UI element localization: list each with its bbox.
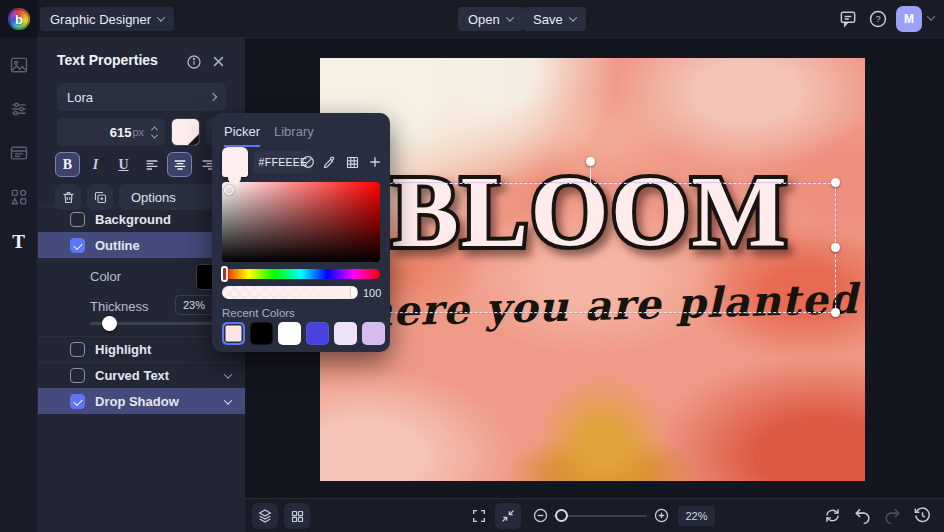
chat-icon[interactable] — [838, 9, 858, 29]
recent-color-swatch[interactable] — [362, 322, 385, 345]
bottom-right-handle[interactable] — [831, 308, 840, 317]
zoom-out-icon[interactable] — [532, 507, 549, 524]
no-color-icon[interactable] — [298, 152, 317, 172]
undo-icon[interactable] — [853, 506, 872, 525]
rotate-handle[interactable] — [586, 157, 595, 166]
align-center-button[interactable] — [167, 152, 192, 177]
font-color-button[interactable] — [171, 118, 200, 146]
open-button[interactable]: Open — [458, 7, 523, 31]
sidebar-item-images[interactable] — [8, 54, 30, 76]
drop-shadow-row[interactable]: Drop Shadow — [38, 388, 245, 414]
opacity-slider[interactable] — [222, 286, 358, 299]
tab-picker[interactable]: Picker — [224, 124, 260, 147]
outline-checkbox[interactable] — [70, 238, 85, 253]
saturation-gradient[interactable] — [222, 182, 380, 262]
outline-color-label: Color — [90, 269, 121, 284]
zoom-slider-handle[interactable] — [555, 509, 568, 522]
mode-label: Graphic Designer — [50, 12, 151, 27]
help-glyph: ? — [875, 14, 880, 24]
background-checkbox[interactable] — [70, 212, 85, 227]
sidebar-item-text[interactable]: T — [8, 230, 30, 252]
gradient-picker-dot[interactable] — [224, 185, 234, 195]
logo-icon: b — [8, 8, 30, 30]
sidebar-item-templates[interactable] — [8, 142, 30, 164]
top-right-handle[interactable] — [831, 178, 840, 187]
recent-color-swatch[interactable] — [334, 322, 357, 345]
avatar-initial: M — [904, 12, 914, 26]
align-left-button[interactable] — [139, 152, 164, 177]
tool-rail: T — [0, 38, 38, 532]
redo-icon[interactable] — [883, 506, 902, 525]
current-color-swatch[interactable] — [222, 147, 248, 177]
chevron-down-icon — [506, 13, 514, 21]
info-icon[interactable] — [186, 54, 202, 70]
bold-button[interactable]: B — [55, 152, 80, 177]
recent-color-swatch[interactable] — [306, 322, 329, 345]
hue-handle[interactable] — [221, 266, 228, 282]
reset-icon[interactable] — [823, 506, 842, 525]
chevron-down-icon — [157, 13, 165, 21]
drop-shadow-checkbox[interactable] — [70, 394, 85, 409]
recent-color-swatch[interactable] — [250, 322, 273, 345]
zoom-percentage[interactable]: 22% — [678, 506, 715, 526]
avatar[interactable]: M — [896, 6, 922, 32]
curved-text-row[interactable]: Curved Text — [38, 362, 245, 388]
subtitle-text[interactable]: where you are planted — [325, 275, 858, 337]
curved-text-checkbox[interactable] — [70, 368, 85, 383]
font-size-value: 615 — [110, 125, 132, 140]
chevron-down-icon — [224, 396, 232, 404]
mode-dropdown[interactable]: Graphic Designer — [40, 7, 174, 31]
recent-colors-label: Recent Colors — [222, 307, 295, 319]
sidebar-item-graphics[interactable] — [8, 186, 30, 208]
font-family-value: Lora — [67, 90, 93, 105]
slider-handle[interactable] — [102, 316, 117, 331]
font-family-select[interactable]: Lora — [57, 83, 226, 111]
font-size-unit: px — [132, 126, 144, 138]
text-tool-icon: T — [12, 232, 25, 251]
add-color-icon[interactable] — [365, 152, 384, 172]
sidebar-item-edit[interactable] — [8, 98, 30, 120]
top-bar: b Graphic Designer Open Save ? M — [0, 0, 944, 38]
opacity-value: 100 — [363, 287, 381, 299]
rotate-stem — [590, 165, 591, 183]
font-size-input[interactable]: 615 px — [57, 118, 165, 146]
highlight-checkbox[interactable] — [70, 342, 85, 357]
recent-color-swatch[interactable] — [278, 322, 301, 345]
color-picker-popup: Picker Library #FFEEEE 100 Recent Colors — [212, 113, 390, 352]
eyedropper-icon[interactable] — [320, 152, 339, 172]
recent-colors-row — [222, 322, 385, 345]
design-artboard[interactable]: BLOOM BLOOM where you are planted — [320, 58, 865, 481]
right-middle-handle[interactable] — [831, 243, 840, 252]
hue-slider[interactable] — [222, 269, 380, 279]
app-logo[interactable]: b — [0, 0, 38, 38]
chevron-right-icon — [209, 93, 217, 101]
save-button[interactable]: Save — [523, 7, 586, 31]
close-icon[interactable] — [211, 54, 227, 70]
panel-title: Text Properties — [57, 52, 158, 68]
open-label: Open — [468, 12, 500, 27]
outline-thickness-value[interactable]: 23% — [175, 295, 213, 315]
zoom-in-icon[interactable] — [653, 507, 670, 524]
chevron-down-icon — [224, 370, 232, 378]
opacity-handle[interactable] — [351, 286, 357, 299]
zoom-slider[interactable] — [553, 515, 647, 517]
underline-button[interactable]: U — [111, 152, 136, 177]
history-icon[interactable] — [913, 506, 932, 525]
help-icon[interactable]: ? — [868, 9, 888, 29]
layers-icon[interactable] — [252, 503, 278, 529]
text-style-row: B I U — [55, 152, 220, 177]
fullscreen-icon[interactable] — [466, 503, 492, 529]
outline-thickness-slider[interactable] — [90, 322, 228, 325]
fit-screen-icon[interactable] — [495, 503, 521, 529]
font-size-stepper[interactable] — [152, 126, 157, 139]
save-label: Save — [533, 12, 563, 27]
color-fold-icon — [187, 133, 200, 146]
logo-letter: b — [15, 12, 23, 27]
outline-thickness-label: Thickness — [90, 299, 149, 314]
pages-grid-icon[interactable] — [284, 503, 310, 529]
palette-grid-icon[interactable] — [343, 152, 362, 172]
italic-button[interactable]: I — [83, 152, 108, 177]
account-chevron-down-icon[interactable] — [927, 12, 935, 20]
recent-color-swatch[interactable] — [222, 322, 245, 345]
tab-library[interactable]: Library — [274, 124, 314, 145]
